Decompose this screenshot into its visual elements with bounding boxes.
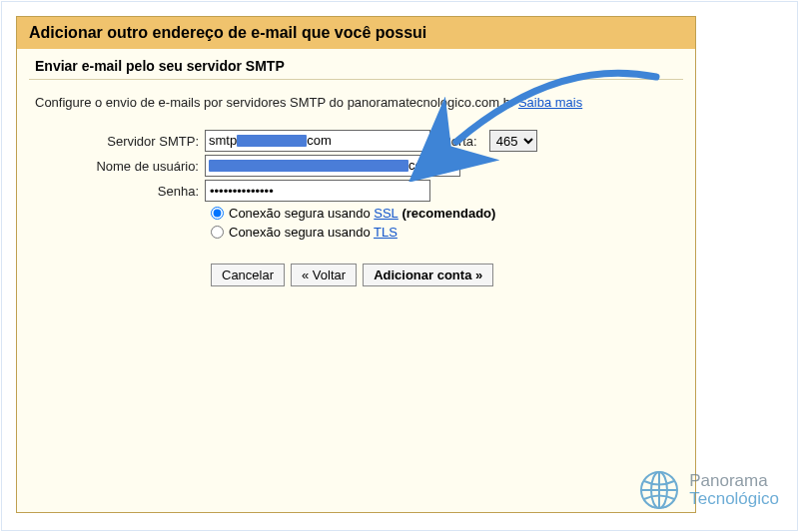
tls-option-label: Conexão segura usando TLS bbox=[229, 225, 398, 240]
add-account-button[interactable]: Adicionar conta » bbox=[363, 264, 493, 286]
tls-link[interactable]: TLS bbox=[374, 225, 398, 240]
smtp-settings-dialog: Adicionar outro endereço de e-mail que v… bbox=[16, 16, 696, 513]
ssl-radio[interactable] bbox=[211, 207, 224, 220]
form-area: Servidor SMTP: smtpcom Porta: 465 Nome d bbox=[17, 116, 695, 290]
dialog-subtitle: Enviar e-mail pelo seu servidor SMTP bbox=[17, 49, 695, 79]
password-label: Senha: bbox=[35, 184, 205, 199]
ssl-prefix: Conexão segura usando bbox=[229, 206, 374, 221]
ssl-link[interactable]: SSL bbox=[374, 206, 399, 221]
port-label: Porta: bbox=[442, 134, 477, 149]
smtp-server-label: Servidor SMTP: bbox=[35, 134, 205, 149]
description-text: Configure o envio de e-mails por servido… bbox=[17, 84, 695, 116]
divider bbox=[29, 79, 683, 80]
description-prefix: Configure o envio de e-mails por servido… bbox=[35, 95, 518, 110]
ssl-option-label: Conexão segura usando SSL (recomendado) bbox=[229, 206, 495, 221]
logo-line1: Panorama bbox=[689, 472, 779, 490]
logo-line2: Tecnológico bbox=[689, 490, 779, 508]
learn-more-link[interactable]: Saiba mais bbox=[518, 95, 582, 110]
cancel-button[interactable]: Cancelar bbox=[211, 264, 285, 286]
username-label: Nome de usuário: bbox=[35, 159, 205, 174]
port-select[interactable]: 465 bbox=[489, 130, 537, 152]
username-input[interactable] bbox=[205, 155, 460, 177]
globe-icon bbox=[637, 468, 681, 512]
dialog-title: Adicionar outro endereço de e-mail que v… bbox=[17, 17, 695, 49]
watermark-logo: Panorama Tecnológico bbox=[637, 468, 779, 512]
smtp-server-input[interactable] bbox=[205, 130, 430, 152]
ssl-suffix: (recomendado) bbox=[399, 206, 496, 221]
back-button[interactable]: « Voltar bbox=[291, 264, 357, 286]
tls-radio[interactable] bbox=[211, 226, 224, 239]
tls-prefix: Conexão segura usando bbox=[229, 225, 374, 240]
password-input[interactable] bbox=[205, 180, 430, 202]
